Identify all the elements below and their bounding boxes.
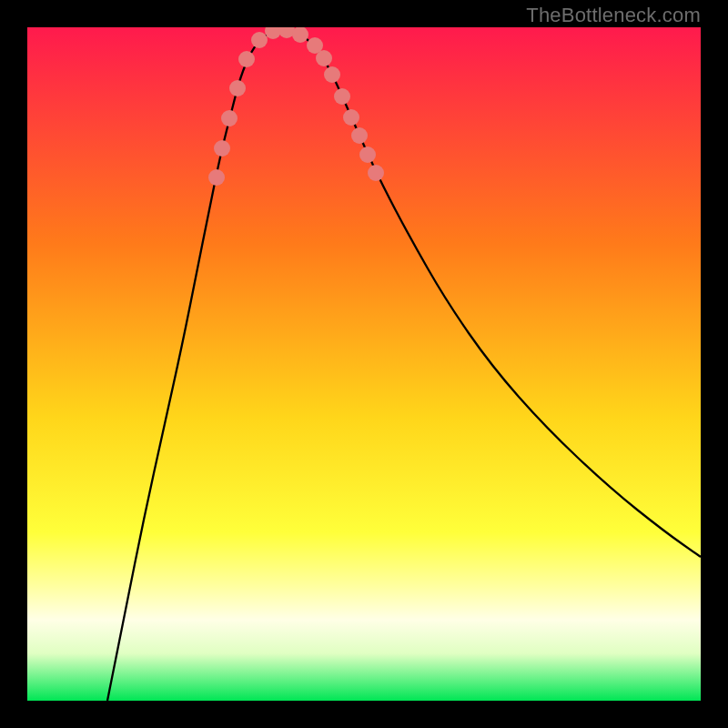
curve-marker: [343, 109, 359, 126]
curve-marker: [238, 51, 255, 67]
curve-marker: [229, 80, 246, 96]
curve-marker: [359, 147, 376, 163]
curve-marker: [334, 88, 350, 105]
plot-area: [27, 27, 701, 701]
curve-marker: [324, 66, 340, 83]
curve-marker: [208, 169, 225, 186]
curve-marker: [351, 127, 368, 144]
bottleneck-curve: [107, 30, 701, 701]
curve-marker: [214, 140, 230, 157]
watermark-text: TheBottleneck.com: [526, 4, 701, 27]
curve-marker: [292, 27, 308, 43]
chart-frame: TheBottleneck.com: [0, 0, 728, 728]
curve-marker: [221, 110, 238, 126]
curve-marker: [316, 50, 332, 66]
curve-marker: [368, 165, 384, 181]
marker-group: [208, 27, 384, 186]
curve-layer: [27, 27, 701, 701]
curve-marker: [251, 32, 268, 48]
